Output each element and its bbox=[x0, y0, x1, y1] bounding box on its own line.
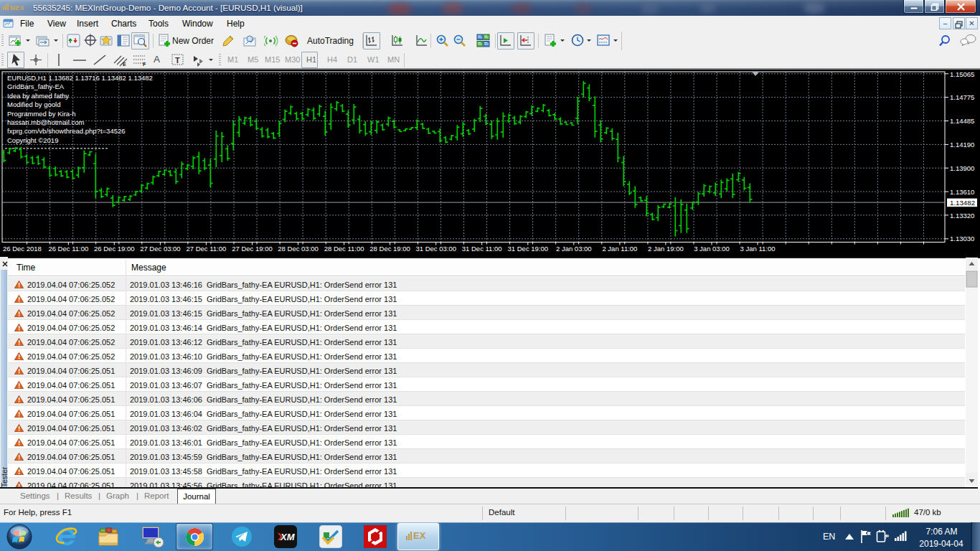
svg-text:31 Dec 11:00: 31 Dec 11:00 bbox=[462, 245, 502, 253]
svg-text:Copyright ©2019: Copyright ©2019 bbox=[7, 136, 58, 144]
svg-text:26 Dec 19:00: 26 Dec 19:00 bbox=[94, 245, 135, 253]
svg-text:2 Jan 03:00: 2 Jan 03:00 bbox=[556, 245, 592, 253]
svg-text:27 Dec 19:00: 27 Dec 19:00 bbox=[232, 245, 273, 253]
svg-text:1.13900: 1.13900 bbox=[950, 164, 974, 172]
svg-text:31 Dec 03:00: 31 Dec 03:00 bbox=[415, 245, 456, 253]
svg-text:1.14485: 1.14485 bbox=[950, 117, 974, 125]
svg-text:1.13610: 1.13610 bbox=[950, 188, 974, 196]
svg-text:2 Jan 11:00: 2 Jan 11:00 bbox=[602, 245, 637, 253]
svg-text:Modified by goold: Modified by goold bbox=[7, 100, 60, 108]
svg-text:28 Dec 03:00: 28 Dec 03:00 bbox=[278, 245, 319, 253]
svg-text:26 Dec 11:00: 26 Dec 11:00 bbox=[48, 245, 88, 253]
svg-text:GridBars_fathy-EA: GridBars_fathy-EA bbox=[7, 83, 65, 90]
svg-text:1.13030: 1.13030 bbox=[950, 235, 974, 242]
svg-text:3 Jan 03:00: 3 Jan 03:00 bbox=[694, 245, 730, 253]
svg-text:1.14775: 1.14775 bbox=[950, 93, 974, 101]
svg-text:EURUSD,H1 1.13682 1.13716 1.1: EURUSD,H1 1.13682 1.13716 1.13482 1.1348… bbox=[7, 74, 153, 82]
svg-text:E: E bbox=[123, 62, 126, 67]
svg-text:1.13482: 1.13482 bbox=[950, 199, 975, 207]
svg-text:1.14190: 1.14190 bbox=[950, 141, 974, 149]
svg-text:Idea by ahmed fathy: Idea by ahmed fathy bbox=[7, 92, 69, 100]
svg-text:27 Dec 03:00: 27 Dec 03:00 bbox=[140, 245, 181, 253]
svg-text:F: F bbox=[143, 62, 146, 67]
svg-text:28 Dec 11:00: 28 Dec 11:00 bbox=[324, 245, 364, 253]
svg-text:3 Jan 11:00: 3 Jan 11:00 bbox=[740, 245, 776, 253]
svg-text:T: T bbox=[175, 56, 180, 65]
svg-text:28 Dec 19:00: 28 Dec 19:00 bbox=[369, 245, 410, 253]
svg-text:hassan.mb@hotmail.com: hassan.mb@hotmail.com bbox=[7, 118, 84, 126]
svg-text:27 Dec 11:00: 27 Dec 11:00 bbox=[186, 245, 226, 253]
svg-text:31 Dec 19:00: 31 Dec 19:00 bbox=[508, 245, 549, 253]
svg-text:fxprg.com/vb/showthread.php?t=: fxprg.com/vb/showthread.php?t=34526 bbox=[7, 127, 126, 135]
svg-text:1.13320: 1.13320 bbox=[950, 212, 974, 220]
svg-text:1.15065: 1.15065 bbox=[950, 70, 974, 78]
svg-text:2 Jan 19:00: 2 Jan 19:00 bbox=[648, 245, 684, 253]
svg-text:XM: XM bbox=[280, 532, 296, 542]
svg-text:26 Dec 2018: 26 Dec 2018 bbox=[3, 245, 42, 253]
svg-text:Programmed by Kira-h: Programmed by Kira-h bbox=[7, 110, 76, 118]
